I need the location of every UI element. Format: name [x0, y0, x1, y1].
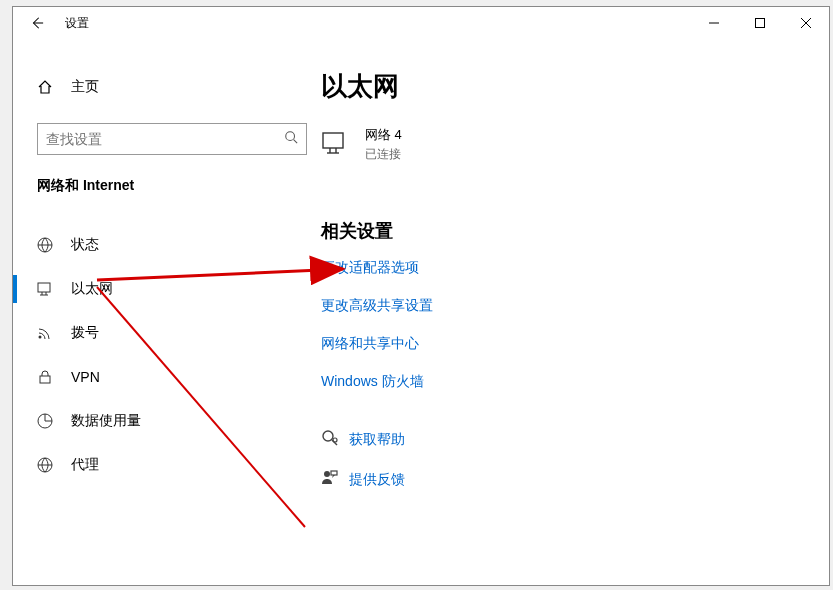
ethernet-icon	[35, 281, 55, 297]
search-icon	[284, 130, 298, 148]
nav-item-label: 以太网	[71, 280, 113, 298]
svg-rect-17	[323, 133, 343, 148]
back-button[interactable]	[13, 7, 61, 39]
feedback-icon	[321, 469, 349, 491]
titlebar: 设置	[13, 7, 829, 39]
content-area: 主页 网络和 Internet 状态 以太网	[13, 39, 829, 585]
search-input-box[interactable]	[37, 123, 307, 155]
window-controls	[691, 7, 829, 39]
related-settings-header: 相关设置	[321, 219, 809, 243]
main-panel: 以太网 网络 4 已连接 相关设置 更改适配器选项 更改高级共享设置 网络和共享…	[321, 39, 829, 585]
get-help-link[interactable]: 获取帮助	[321, 429, 809, 451]
vpn-icon	[35, 369, 55, 385]
status-icon	[35, 237, 55, 253]
svg-point-12	[39, 336, 42, 339]
svg-rect-25	[331, 471, 337, 475]
network-state: 已连接	[365, 146, 402, 163]
arrow-left-icon	[30, 16, 44, 30]
nav-item-data-usage[interactable]: 数据使用量	[13, 399, 321, 443]
nav-item-label: 代理	[71, 456, 99, 474]
svg-rect-8	[38, 283, 50, 292]
link-network-sharing-center[interactable]: 网络和共享中心	[321, 335, 809, 353]
category-header: 网络和 Internet	[13, 155, 321, 195]
nav-item-ethernet[interactable]: 以太网	[13, 267, 321, 311]
maximize-button[interactable]	[737, 7, 783, 39]
help-icon	[321, 429, 349, 451]
home-label: 主页	[71, 78, 99, 96]
close-icon	[801, 18, 811, 28]
svg-point-21	[323, 431, 333, 441]
nav-item-status[interactable]: 状态	[13, 223, 321, 267]
search-input[interactable]	[46, 131, 284, 147]
svg-rect-13	[40, 376, 50, 383]
network-name: 网络 4	[365, 126, 402, 144]
svg-point-4	[286, 132, 295, 141]
help-label: 获取帮助	[349, 431, 405, 449]
nav-item-label: 数据使用量	[71, 412, 141, 430]
home-icon	[35, 79, 55, 95]
link-change-adapter[interactable]: 更改适配器选项	[321, 259, 809, 277]
svg-point-24	[324, 471, 330, 477]
settings-window: 设置 主页	[12, 6, 830, 586]
link-windows-firewall[interactable]: Windows 防火墙	[321, 373, 809, 391]
svg-line-5	[294, 140, 298, 144]
feedback-label: 提供反馈	[349, 471, 405, 489]
nav-item-vpn[interactable]: VPN	[13, 355, 321, 399]
ethernet-icon	[321, 129, 351, 161]
page-title: 以太网	[321, 69, 809, 104]
link-advanced-sharing[interactable]: 更改高级共享设置	[321, 297, 809, 315]
give-feedback-link[interactable]: 提供反馈	[321, 469, 809, 491]
sidebar: 主页 网络和 Internet 状态 以太网	[13, 39, 321, 585]
nav-list: 状态 以太网 拨号 VPN 数据使用量	[13, 223, 321, 487]
network-status-row[interactable]: 网络 4 已连接	[321, 126, 809, 163]
svg-rect-1	[756, 19, 765, 28]
minimize-icon	[709, 18, 719, 28]
nav-item-label: 状态	[71, 236, 99, 254]
network-info: 网络 4 已连接	[365, 126, 402, 163]
proxy-icon	[35, 457, 55, 473]
dialup-icon	[35, 325, 55, 341]
svg-point-23	[333, 438, 337, 442]
close-button[interactable]	[783, 7, 829, 39]
home-button[interactable]: 主页	[13, 67, 321, 107]
minimize-button[interactable]	[691, 7, 737, 39]
nav-item-label: VPN	[71, 369, 100, 385]
nav-item-label: 拨号	[71, 324, 99, 342]
nav-item-dialup[interactable]: 拨号	[13, 311, 321, 355]
window-title: 设置	[61, 15, 89, 32]
maximize-icon	[755, 18, 765, 28]
nav-item-proxy[interactable]: 代理	[13, 443, 321, 487]
data-usage-icon	[35, 413, 55, 429]
